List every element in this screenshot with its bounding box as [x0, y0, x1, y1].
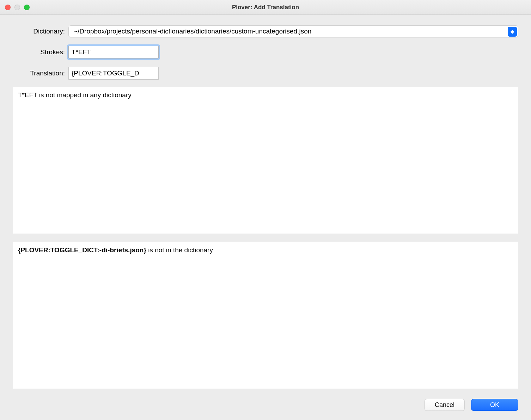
dictionary-label: Dictionary:	[13, 27, 68, 35]
dialog-content: Dictionary: ~/Dropbox/projects/personal-…	[0, 15, 531, 420]
dictionary-value: ~/Dropbox/projects/personal-dictionaries…	[74, 27, 311, 35]
translation-info-panel: {PLOVER:TOGGLE_DICT:-di-briefs.json} is …	[13, 242, 518, 389]
dictionary-dropdown[interactable]: ~/Dropbox/projects/personal-dictionaries…	[68, 25, 518, 37]
dialog-buttons: Cancel OK	[13, 399, 518, 411]
close-icon[interactable]	[5, 5, 11, 10]
strokes-label: Strokes:	[13, 48, 68, 56]
minimize-icon[interactable]	[14, 5, 20, 10]
chevron-updown-icon	[508, 27, 517, 37]
window-title: Plover: Add Translation	[0, 4, 531, 11]
translation-status-suffix: is not in the dictionary	[146, 246, 213, 254]
dictionary-row: Dictionary: ~/Dropbox/projects/personal-…	[13, 25, 518, 37]
ok-button[interactable]: OK	[471, 399, 518, 411]
translation-input[interactable]	[68, 67, 159, 80]
strokes-row: Strokes:	[13, 46, 518, 58]
translation-row: Translation:	[13, 67, 518, 80]
titlebar: Plover: Add Translation	[0, 0, 531, 15]
strokes-status-text: T*EFT is not mapped in any dictionary	[18, 91, 132, 99]
strokes-input[interactable]	[68, 46, 159, 58]
zoom-icon[interactable]	[24, 5, 30, 10]
strokes-info-panel: T*EFT is not mapped in any dictionary	[13, 87, 518, 234]
window-controls	[0, 5, 30, 10]
translation-command-text: {PLOVER:TOGGLE_DICT:-di-briefs.json}	[18, 246, 146, 254]
cancel-button[interactable]: Cancel	[425, 399, 465, 411]
translation-label: Translation:	[13, 69, 68, 77]
